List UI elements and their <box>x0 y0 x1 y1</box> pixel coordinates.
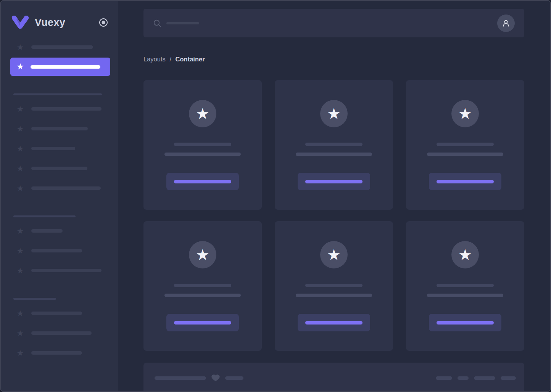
sidebar-item[interactable]: ★ <box>1 221 118 241</box>
demo-card: ★ <box>406 80 524 210</box>
card-avatar-circle: ★ <box>320 241 348 268</box>
card-line-skeleton <box>427 294 503 297</box>
star-icon: ★ <box>16 267 24 275</box>
sidebar-item-active[interactable]: ★ <box>10 58 110 76</box>
button-label-skeleton <box>174 180 231 183</box>
star-icon: ★ <box>16 164 24 172</box>
star-icon: ★ <box>16 247 24 255</box>
star-icon: ★ <box>327 247 341 262</box>
star-icon: ★ <box>196 247 209 262</box>
sidebar-item[interactable]: ★ <box>1 178 118 198</box>
app-window: Vuexy ★★★★★★★★★★★★★ <box>0 0 551 392</box>
sidebar-item[interactable]: ★ <box>1 158 118 178</box>
main-content: Layouts / Container ★★★★★★ <box>118 1 550 391</box>
demo-card: ★ <box>275 221 393 351</box>
sidebar-item[interactable]: ★ <box>1 260 118 280</box>
button-label-skeleton <box>437 321 494 325</box>
sidebar-section-header <box>13 298 56 300</box>
menu-label-skeleton <box>31 167 87 170</box>
sidebar-item[interactable]: ★ <box>1 343 118 363</box>
card-button[interactable] <box>166 173 239 190</box>
brand-name: Vuexy <box>35 17 65 29</box>
footer-row <box>143 363 524 392</box>
demo-card: ★ <box>406 221 524 351</box>
card-line-skeleton <box>164 294 241 297</box>
footer <box>143 363 524 392</box>
card-line-skeleton <box>174 143 231 146</box>
search-placeholder-skeleton <box>166 22 199 24</box>
menu-label-skeleton <box>31 351 82 355</box>
button-label-skeleton <box>305 321 362 325</box>
sidebar-item[interactable]: ★ <box>1 138 118 158</box>
footer-link-skeleton[interactable] <box>436 376 452 380</box>
sidebar-item[interactable]: ★ <box>1 37 118 57</box>
menu-label-skeleton <box>31 45 93 49</box>
card-line-skeleton <box>164 153 241 156</box>
button-label-skeleton <box>174 321 231 325</box>
card-line-skeleton <box>437 284 494 287</box>
demo-card: ★ <box>275 80 393 210</box>
button-label-skeleton <box>305 180 362 183</box>
card-line-skeleton <box>296 153 372 156</box>
star-icon: ★ <box>458 106 472 121</box>
sidebar-section-header <box>13 215 76 217</box>
menu-label-skeleton <box>31 107 102 111</box>
card-button[interactable] <box>429 173 501 190</box>
sidebar-header: Vuexy <box>1 1 118 32</box>
star-icon: ★ <box>16 309 24 317</box>
card-button[interactable] <box>429 314 501 331</box>
search-icon <box>153 19 161 27</box>
sidebar-item[interactable]: ★ <box>1 303 118 323</box>
menu-label-skeleton <box>31 331 92 335</box>
menu-label-skeleton <box>31 312 82 315</box>
star-icon: ★ <box>327 106 341 121</box>
sidebar: Vuexy ★★★★★★★★★★★★★ <box>1 1 118 391</box>
star-icon: ★ <box>16 43 24 51</box>
card-avatar-circle: ★ <box>189 100 216 127</box>
user-avatar[interactable] <box>497 14 515 32</box>
footer-link-skeleton[interactable] <box>458 376 469 380</box>
sidebar-item[interactable]: ★ <box>1 119 118 138</box>
star-icon: ★ <box>16 329 24 337</box>
breadcrumb-current: Container <box>176 56 205 63</box>
menu-label-skeleton <box>31 249 82 252</box>
breadcrumb: Layouts / Container <box>143 56 524 63</box>
star-icon: ★ <box>196 106 209 121</box>
card-line-skeleton <box>305 143 362 146</box>
breadcrumb-section[interactable]: Layouts <box>143 56 166 63</box>
sidebar-section-header <box>13 93 102 95</box>
card-line-skeleton <box>437 143 494 146</box>
search-bar[interactable] <box>143 9 524 37</box>
menu-label-skeleton <box>31 65 100 69</box>
button-label-skeleton <box>437 180 494 183</box>
card-avatar-circle: ★ <box>451 241 479 268</box>
card-button[interactable] <box>298 173 370 190</box>
radio-circle-icon[interactable] <box>99 18 108 27</box>
star-icon: ★ <box>16 63 24 71</box>
card-avatar-circle: ★ <box>320 100 348 127</box>
footer-link-skeleton[interactable] <box>501 376 516 380</box>
footer-link-skeleton[interactable] <box>474 376 495 380</box>
sidebar-item[interactable]: ★ <box>1 99 118 119</box>
card-line-skeleton <box>427 153 503 156</box>
star-icon: ★ <box>16 349 24 357</box>
vuexy-logo-icon <box>11 16 29 29</box>
card-avatar-circle: ★ <box>189 241 216 268</box>
star-icon: ★ <box>16 227 24 235</box>
heart-icon <box>211 373 220 382</box>
footer-skeleton-bar <box>155 376 206 380</box>
card-button[interactable] <box>166 314 239 331</box>
breadcrumb-separator: / <box>169 56 171 63</box>
card-avatar-circle: ★ <box>451 100 479 127</box>
user-icon <box>501 19 511 28</box>
sidebar-item[interactable]: ★ <box>1 241 118 260</box>
star-icon: ★ <box>458 247 472 262</box>
menu-label-skeleton <box>31 186 101 190</box>
card-line-skeleton <box>305 284 362 287</box>
sidebar-item[interactable]: ★ <box>1 323 118 343</box>
menu-label-skeleton <box>31 269 102 272</box>
star-icon: ★ <box>16 125 24 133</box>
card-button[interactable] <box>298 314 370 331</box>
footer-skeleton-bar <box>225 376 243 380</box>
card-line-skeleton <box>174 284 231 287</box>
